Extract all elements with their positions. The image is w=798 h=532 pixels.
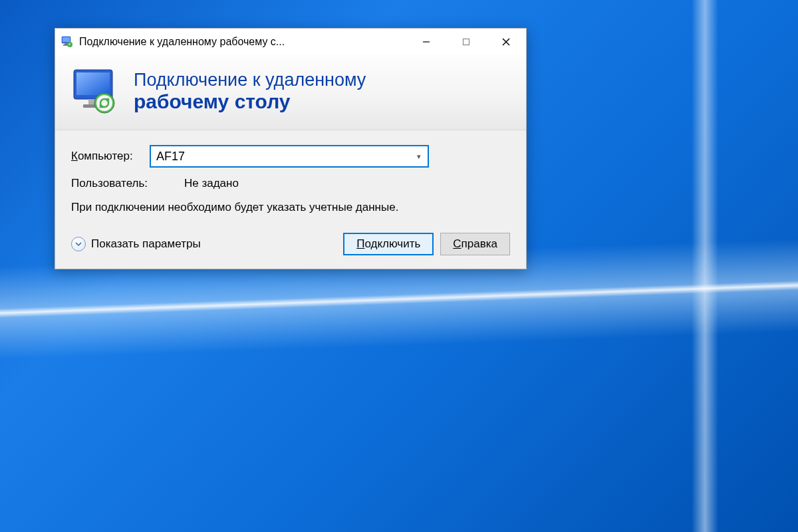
svg-point-14: [96, 95, 112, 111]
show-options-label: Показать параметры: [91, 237, 201, 251]
titlebar-title: Подключение к удаленному рабочему с...: [79, 36, 406, 48]
minimize-button[interactable]: [406, 29, 446, 55]
svg-rect-1: [63, 37, 70, 42]
chevron-down-circle-icon: [71, 237, 86, 251]
chevron-down-icon[interactable]: ▾: [417, 152, 421, 161]
svg-rect-10: [76, 72, 110, 95]
show-options-toggle[interactable]: Показать параметры: [71, 237, 201, 251]
close-button[interactable]: [486, 29, 526, 55]
user-row: Пользователь: Не задано: [71, 177, 510, 190]
window-controls: [406, 29, 526, 55]
footer: Показать параметры Подключить Справка: [55, 223, 526, 269]
maximize-button[interactable]: [446, 29, 486, 55]
computer-label: Компьютер:: [71, 150, 150, 163]
connect-button[interactable]: Подключить: [343, 233, 434, 255]
user-value: Не задано: [184, 177, 239, 190]
form-body: Компьютер: ▾ Пользователь: Не задано При…: [55, 130, 526, 223]
help-button[interactable]: Справка: [440, 233, 510, 255]
banner-line1: Подключение к удаленному: [134, 70, 366, 90]
monitor-icon: [70, 66, 122, 118]
banner-text: Подключение к удаленному рабочему столу: [134, 70, 366, 114]
titlebar[interactable]: Подключение к удаленному рабочему с...: [55, 29, 526, 55]
rdp-dialog: Подключение к удаленному рабочему с...: [55, 28, 527, 269]
computer-combobox[interactable]: ▾: [150, 145, 429, 168]
user-label: Пользователь:: [71, 177, 184, 190]
computer-input[interactable]: [156, 150, 422, 164]
svg-rect-6: [464, 39, 469, 45]
rdp-app-icon: [61, 35, 74, 49]
banner-line2: рабочему столу: [134, 90, 366, 114]
computer-row: Компьютер: ▾: [71, 145, 510, 168]
desktop-light-vertical: [692, 0, 718, 532]
credentials-info: При подключении необходимо будет указать…: [71, 200, 510, 215]
banner: Подключение к удаленному рабочему столу: [55, 55, 526, 130]
